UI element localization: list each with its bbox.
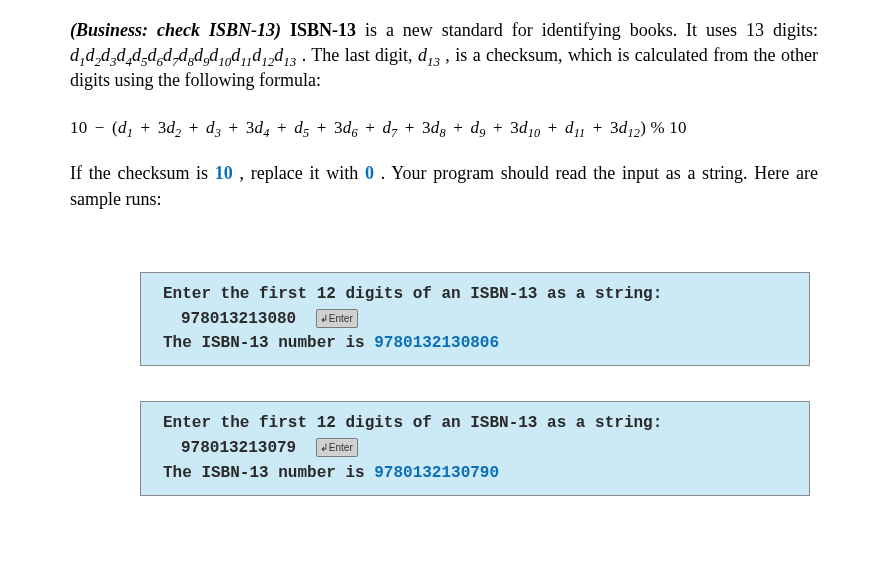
intro-text-2: . The last digit, bbox=[302, 45, 418, 65]
sample-run-1: Enter the first 12 digits of an ISBN-13 … bbox=[140, 272, 810, 366]
sample-result-value: 9780132130790 bbox=[374, 464, 499, 482]
sample-prompt: Enter the first 12 digits of an ISBN-13 … bbox=[163, 411, 793, 436]
sample-input-value: 978013213080 bbox=[181, 310, 296, 328]
sample-result-value: 9780132130806 bbox=[374, 334, 499, 352]
sample-result-prefix: The ISBN-13 number is bbox=[163, 334, 374, 352]
sample-input-value: 978013213079 bbox=[181, 439, 296, 457]
second-paragraph: If the checksum is 10 , replace it with … bbox=[70, 161, 818, 211]
sample-run-2: Enter the first 12 digits of an ISBN-13 … bbox=[140, 401, 810, 495]
sample-prompt: Enter the first 12 digits of an ISBN-13 … bbox=[163, 282, 793, 307]
second-t2: , replace it with bbox=[240, 163, 365, 183]
checksum-zero: 0 bbox=[365, 163, 374, 183]
enter-key-icon: ↲Enter bbox=[316, 309, 358, 329]
intro-text-1: is a new standard for identifying books.… bbox=[365, 20, 818, 40]
intro-paragraph: (Business: check ISBN-13) ISBN-13 is a n… bbox=[70, 18, 818, 94]
problem-label: (Business: check ISBN-13) bbox=[70, 20, 281, 40]
sample-input-line: 978013213079 ↲Enter bbox=[163, 436, 793, 461]
sample-result-line: The ISBN-13 number is 9780132130806 bbox=[163, 331, 793, 356]
second-t1: If the checksum is bbox=[70, 163, 215, 183]
checksum-ten: 10 bbox=[215, 163, 233, 183]
isbn-name: ISBN-13 bbox=[290, 20, 356, 40]
sample-result-line: The ISBN-13 number is 9780132130790 bbox=[163, 461, 793, 486]
enter-key-icon: ↲Enter bbox=[316, 438, 358, 458]
checksum-formula: 10 − (d1 + 3d2 + d3 + 3d4 + d5 + 3d6 + d… bbox=[70, 116, 818, 140]
sample-result-prefix: The ISBN-13 number is bbox=[163, 464, 374, 482]
d13-ref: d13 bbox=[418, 45, 440, 65]
digit-sequence: d1d2d3d4d5d6d7d8d9d10d11d12d13 bbox=[70, 45, 296, 65]
sample-input-line: 978013213080 ↲Enter bbox=[163, 307, 793, 332]
